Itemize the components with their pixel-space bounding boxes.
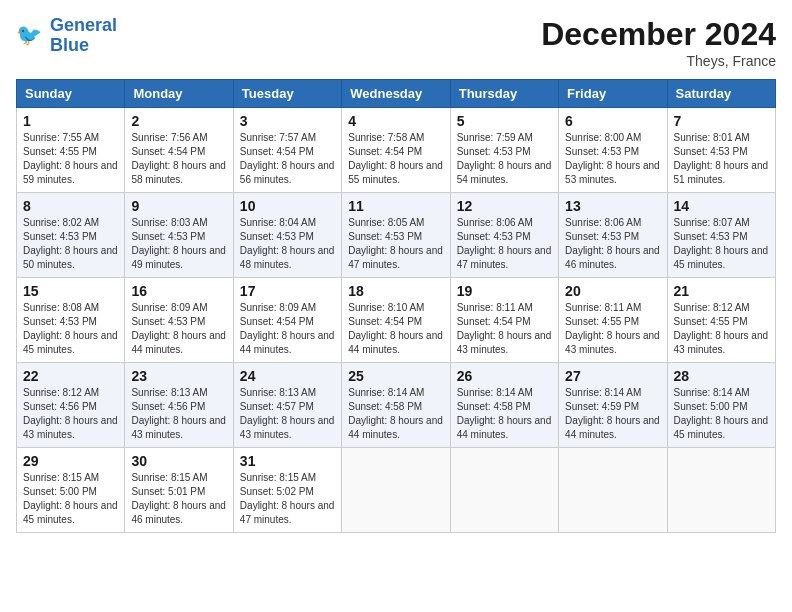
day-number: 16 [131, 283, 226, 299]
calendar-cell: 27 Sunrise: 8:14 AM Sunset: 4:59 PM Dayl… [559, 363, 667, 448]
day-number: 28 [674, 368, 769, 384]
day-info: Sunrise: 8:09 AM Sunset: 4:54 PM Dayligh… [240, 301, 335, 357]
day-number: 31 [240, 453, 335, 469]
calendar-cell: 23 Sunrise: 8:13 AM Sunset: 4:56 PM Dayl… [125, 363, 233, 448]
calendar-cell: 5 Sunrise: 7:59 AM Sunset: 4:53 PM Dayli… [450, 108, 558, 193]
day-number: 27 [565, 368, 660, 384]
day-number: 11 [348, 198, 443, 214]
day-number: 21 [674, 283, 769, 299]
logo-icon: 🐦 [16, 21, 46, 51]
day-info: Sunrise: 7:58 AM Sunset: 4:54 PM Dayligh… [348, 131, 443, 187]
calendar-cell: 31 Sunrise: 8:15 AM Sunset: 5:02 PM Dayl… [233, 448, 341, 533]
calendar-cell [450, 448, 558, 533]
day-info: Sunrise: 8:03 AM Sunset: 4:53 PM Dayligh… [131, 216, 226, 272]
calendar-cell: 16 Sunrise: 8:09 AM Sunset: 4:53 PM Dayl… [125, 278, 233, 363]
day-info: Sunrise: 7:57 AM Sunset: 4:54 PM Dayligh… [240, 131, 335, 187]
column-header-sunday: Sunday [17, 80, 125, 108]
calendar-cell: 2 Sunrise: 7:56 AM Sunset: 4:54 PM Dayli… [125, 108, 233, 193]
day-info: Sunrise: 8:15 AM Sunset: 5:02 PM Dayligh… [240, 471, 335, 527]
day-number: 4 [348, 113, 443, 129]
calendar-cell: 7 Sunrise: 8:01 AM Sunset: 4:53 PM Dayli… [667, 108, 775, 193]
day-info: Sunrise: 8:13 AM Sunset: 4:57 PM Dayligh… [240, 386, 335, 442]
calendar-cell: 8 Sunrise: 8:02 AM Sunset: 4:53 PM Dayli… [17, 193, 125, 278]
calendar-week-row: 22 Sunrise: 8:12 AM Sunset: 4:56 PM Dayl… [17, 363, 776, 448]
calendar-cell: 12 Sunrise: 8:06 AM Sunset: 4:53 PM Dayl… [450, 193, 558, 278]
day-info: Sunrise: 8:02 AM Sunset: 4:53 PM Dayligh… [23, 216, 118, 272]
day-info: Sunrise: 7:55 AM Sunset: 4:55 PM Dayligh… [23, 131, 118, 187]
calendar-cell: 25 Sunrise: 8:14 AM Sunset: 4:58 PM Dayl… [342, 363, 450, 448]
day-number: 24 [240, 368, 335, 384]
calendar-cell: 14 Sunrise: 8:07 AM Sunset: 4:53 PM Dayl… [667, 193, 775, 278]
day-info: Sunrise: 8:05 AM Sunset: 4:53 PM Dayligh… [348, 216, 443, 272]
page-header: 🐦 General Blue December 2024 Theys, Fran… [16, 16, 776, 69]
day-info: Sunrise: 8:14 AM Sunset: 4:58 PM Dayligh… [348, 386, 443, 442]
svg-text:🐦: 🐦 [16, 22, 43, 48]
day-number: 1 [23, 113, 118, 129]
column-header-tuesday: Tuesday [233, 80, 341, 108]
day-number: 18 [348, 283, 443, 299]
day-number: 17 [240, 283, 335, 299]
calendar-week-row: 8 Sunrise: 8:02 AM Sunset: 4:53 PM Dayli… [17, 193, 776, 278]
day-info: Sunrise: 8:09 AM Sunset: 4:53 PM Dayligh… [131, 301, 226, 357]
day-number: 23 [131, 368, 226, 384]
calendar-cell: 24 Sunrise: 8:13 AM Sunset: 4:57 PM Dayl… [233, 363, 341, 448]
day-info: Sunrise: 8:13 AM Sunset: 4:56 PM Dayligh… [131, 386, 226, 442]
calendar-cell: 28 Sunrise: 8:14 AM Sunset: 5:00 PM Dayl… [667, 363, 775, 448]
day-number: 6 [565, 113, 660, 129]
calendar-cell: 29 Sunrise: 8:15 AM Sunset: 5:00 PM Dayl… [17, 448, 125, 533]
day-info: Sunrise: 8:00 AM Sunset: 4:53 PM Dayligh… [565, 131, 660, 187]
calendar-cell: 11 Sunrise: 8:05 AM Sunset: 4:53 PM Dayl… [342, 193, 450, 278]
day-info: Sunrise: 8:14 AM Sunset: 4:58 PM Dayligh… [457, 386, 552, 442]
column-header-friday: Friday [559, 80, 667, 108]
day-info: Sunrise: 8:15 AM Sunset: 5:00 PM Dayligh… [23, 471, 118, 527]
calendar-cell: 17 Sunrise: 8:09 AM Sunset: 4:54 PM Dayl… [233, 278, 341, 363]
day-number: 25 [348, 368, 443, 384]
day-number: 8 [23, 198, 118, 214]
calendar-cell: 22 Sunrise: 8:12 AM Sunset: 4:56 PM Dayl… [17, 363, 125, 448]
calendar-cell: 13 Sunrise: 8:06 AM Sunset: 4:53 PM Dayl… [559, 193, 667, 278]
day-number: 10 [240, 198, 335, 214]
day-number: 9 [131, 198, 226, 214]
calendar-cell: 19 Sunrise: 8:11 AM Sunset: 4:54 PM Dayl… [450, 278, 558, 363]
day-info: Sunrise: 8:01 AM Sunset: 4:53 PM Dayligh… [674, 131, 769, 187]
calendar-cell: 30 Sunrise: 8:15 AM Sunset: 5:01 PM Dayl… [125, 448, 233, 533]
column-header-saturday: Saturday [667, 80, 775, 108]
day-info: Sunrise: 7:56 AM Sunset: 4:54 PM Dayligh… [131, 131, 226, 187]
day-info: Sunrise: 8:04 AM Sunset: 4:53 PM Dayligh… [240, 216, 335, 272]
calendar-cell [667, 448, 775, 533]
day-info: Sunrise: 8:10 AM Sunset: 4:54 PM Dayligh… [348, 301, 443, 357]
calendar-cell: 3 Sunrise: 7:57 AM Sunset: 4:54 PM Dayli… [233, 108, 341, 193]
month-title: December 2024 [541, 16, 776, 53]
day-info: Sunrise: 8:12 AM Sunset: 4:55 PM Dayligh… [674, 301, 769, 357]
logo: 🐦 General Blue [16, 16, 117, 56]
day-number: 7 [674, 113, 769, 129]
day-info: Sunrise: 8:15 AM Sunset: 5:01 PM Dayligh… [131, 471, 226, 527]
calendar-cell [342, 448, 450, 533]
day-number: 19 [457, 283, 552, 299]
day-info: Sunrise: 8:07 AM Sunset: 4:53 PM Dayligh… [674, 216, 769, 272]
calendar-cell: 21 Sunrise: 8:12 AM Sunset: 4:55 PM Dayl… [667, 278, 775, 363]
calendar-cell: 4 Sunrise: 7:58 AM Sunset: 4:54 PM Dayli… [342, 108, 450, 193]
day-number: 26 [457, 368, 552, 384]
day-info: Sunrise: 8:06 AM Sunset: 4:53 PM Dayligh… [457, 216, 552, 272]
column-header-monday: Monday [125, 80, 233, 108]
day-info: Sunrise: 8:14 AM Sunset: 5:00 PM Dayligh… [674, 386, 769, 442]
day-number: 14 [674, 198, 769, 214]
day-info: Sunrise: 8:11 AM Sunset: 4:54 PM Dayligh… [457, 301, 552, 357]
calendar-cell: 1 Sunrise: 7:55 AM Sunset: 4:55 PM Dayli… [17, 108, 125, 193]
day-number: 30 [131, 453, 226, 469]
calendar-table: SundayMondayTuesdayWednesdayThursdayFrid… [16, 79, 776, 533]
day-number: 29 [23, 453, 118, 469]
calendar-cell [559, 448, 667, 533]
day-number: 3 [240, 113, 335, 129]
calendar-cell: 18 Sunrise: 8:10 AM Sunset: 4:54 PM Dayl… [342, 278, 450, 363]
day-info: Sunrise: 7:59 AM Sunset: 4:53 PM Dayligh… [457, 131, 552, 187]
day-number: 22 [23, 368, 118, 384]
calendar-week-row: 15 Sunrise: 8:08 AM Sunset: 4:53 PM Dayl… [17, 278, 776, 363]
calendar-cell: 20 Sunrise: 8:11 AM Sunset: 4:55 PM Dayl… [559, 278, 667, 363]
calendar-week-row: 1 Sunrise: 7:55 AM Sunset: 4:55 PM Dayli… [17, 108, 776, 193]
day-info: Sunrise: 8:08 AM Sunset: 4:53 PM Dayligh… [23, 301, 118, 357]
calendar-cell: 6 Sunrise: 8:00 AM Sunset: 4:53 PM Dayli… [559, 108, 667, 193]
calendar-cell: 15 Sunrise: 8:08 AM Sunset: 4:53 PM Dayl… [17, 278, 125, 363]
calendar-cell: 26 Sunrise: 8:14 AM Sunset: 4:58 PM Dayl… [450, 363, 558, 448]
